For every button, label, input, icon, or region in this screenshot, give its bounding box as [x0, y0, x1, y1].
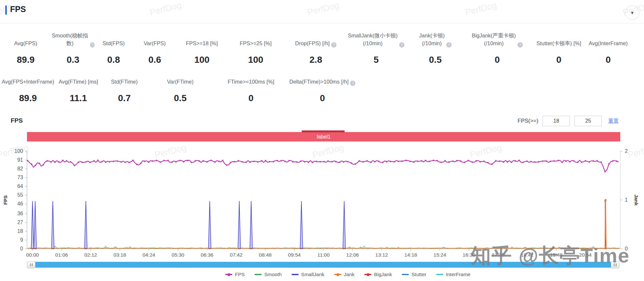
stat-cell: Avg(FTime) [ms]? 11.1	[56, 77, 101, 103]
legend-line-icon	[402, 274, 409, 275]
stat-cell: Drop(FPS) [/h]? 2.8	[284, 29, 347, 65]
svg-text:27: 27	[17, 220, 23, 225]
stat-label: Avg(InterFrame)?	[589, 29, 628, 47]
stat-cell: SmallJank(微小卡顿) (/10min)? 5	[347, 29, 405, 65]
legend-label: SmallJank	[301, 272, 324, 277]
svg-text:0: 0	[20, 246, 23, 251]
chart-section-title: FPS	[11, 117, 23, 124]
legend-label: Jank	[344, 272, 355, 277]
stat-label: Avg(FTime) [ms]?	[59, 77, 98, 86]
collapse-button[interactable]: ▼	[625, 6, 639, 20]
svg-text:73: 73	[17, 175, 23, 180]
stat-value: 11.1	[70, 93, 87, 103]
grip-icon	[30, 263, 33, 266]
scrollbar-right-handle[interactable]	[611, 261, 619, 268]
reset-link[interactable]: 重置	[608, 118, 619, 125]
stat-cell: Jank(卡顿) (/10min)? 0.5	[405, 29, 466, 65]
legend-label: Stutter	[412, 272, 427, 277]
chevron-down-icon: ▼	[630, 10, 635, 15]
chart-legend: FPS Smooth SmallJank Jank BigJank Stutte…	[220, 272, 475, 277]
stat-value: 100	[248, 55, 263, 65]
help-icon[interactable]: ?	[90, 42, 95, 47]
stat-value: 0.8	[107, 55, 120, 65]
stat-value: 0	[248, 93, 254, 103]
fps-threshold-input-1[interactable]	[543, 116, 570, 126]
stat-value: 0.7	[118, 93, 131, 103]
svg-text:2: 2	[625, 148, 628, 154]
help-icon[interactable]: ?	[350, 81, 355, 86]
legend-label: InterFrame	[446, 272, 470, 277]
header-divider	[0, 23, 644, 23]
stat-cell: Avg(FPS)? 89.9	[0, 29, 51, 65]
stat-cell: Var(FTime)? 0.5	[148, 77, 213, 103]
legend-item[interactable]: SmallJank	[291, 272, 324, 277]
stat-cell: FTime>=100ms [%]? 0	[213, 77, 289, 103]
stat-cell: FPS>=25 [%]? 100	[227, 29, 284, 65]
stat-label: Jank(卡顿) (/10min)?	[419, 29, 452, 47]
help-icon[interactable]: ?	[518, 42, 523, 47]
stat-value: 0.5	[174, 93, 187, 103]
stat-value: 0	[556, 55, 561, 65]
svg-text:02:12: 02:12	[85, 252, 97, 258]
legend-label: BigJank	[374, 272, 392, 277]
svg-text:19:48: 19:48	[550, 252, 563, 258]
svg-text:11:00: 11:00	[317, 252, 330, 258]
svg-text:12:06: 12:06	[346, 252, 359, 258]
svg-text:100: 100	[14, 148, 23, 154]
svg-text:08:48: 08:48	[259, 252, 272, 258]
svg-text:01:06: 01:06	[55, 252, 68, 258]
legend-label: FPS	[235, 272, 245, 277]
legend-item[interactable]: Stutter	[402, 272, 427, 277]
svg-text:82: 82	[17, 166, 23, 171]
stat-value: 89.9	[17, 55, 35, 65]
svg-text:91: 91	[17, 157, 23, 163]
fps-threshold-input-2[interactable]	[574, 116, 602, 126]
scrollbar-left-handle[interactable]	[27, 261, 35, 268]
stat-label: BigJank(严重卡顿) (/10min)?	[472, 29, 523, 47]
svg-text:9: 9	[20, 237, 23, 243]
legend-item[interactable]: Jank	[334, 272, 355, 277]
label-banner: label1	[27, 132, 620, 141]
help-icon[interactable]: ?	[331, 42, 336, 47]
legend-item[interactable]: Smooth	[255, 272, 282, 277]
svg-text:06:36: 06:36	[201, 252, 214, 258]
svg-text:16:30: 16:30	[463, 252, 475, 258]
stat-label: Smooth(稳帧指数)?	[51, 29, 95, 47]
help-icon[interactable]: ?	[446, 42, 452, 47]
legend-line-icon	[436, 274, 443, 275]
stat-value: 0	[320, 93, 325, 103]
legend-line-icon	[364, 274, 372, 275]
stat-label: Std(FTime)?	[111, 77, 138, 86]
svg-text:55: 55	[17, 192, 23, 198]
svg-text:09:54: 09:54	[288, 252, 301, 258]
svg-text:FPS: FPS	[3, 195, 8, 205]
legend-item[interactable]: BigJank	[364, 272, 392, 277]
stat-label: SmallJank(微小卡顿) (/10min)?	[348, 29, 404, 47]
scrollbar-track[interactable]	[35, 262, 611, 268]
legend-line-icon	[225, 274, 232, 275]
svg-text:17:36: 17:36	[492, 252, 505, 258]
svg-text:18:42: 18:42	[521, 252, 533, 258]
fps-threshold-label: FPS(>=)	[518, 118, 538, 124]
stat-label: Delta(FTime)>100ms [/h]?	[289, 77, 355, 86]
stat-value: 0	[495, 55, 500, 65]
fps-chart[interactable]: 1009182736455463627189021000:0001:0602:1…	[0, 143, 644, 261]
svg-text:46: 46	[17, 201, 23, 207]
stat-cell: Avg(FPS+InterFrame)? 89.9	[0, 77, 56, 103]
title-accent-bar	[5, 6, 7, 15]
svg-text:05:30: 05:30	[172, 252, 184, 258]
legend-item[interactable]: InterFrame	[436, 272, 470, 277]
stat-value: 0.5	[429, 55, 442, 65]
panel-header: FPS ▼	[0, 0, 644, 23]
stat-label: FTime>=100ms [%]?	[228, 77, 274, 86]
svg-text:13:12: 13:12	[375, 252, 388, 258]
stat-value: 100	[194, 55, 210, 65]
fps-threshold-controls: FPS(>=) 重置	[518, 116, 619, 126]
help-icon[interactable]: ?	[399, 42, 404, 47]
stat-cell: Delta(FTime)>100ms [/h]? 0	[289, 77, 355, 103]
legend-item[interactable]: FPS	[225, 272, 245, 277]
stats-row-2: Avg(FPS+InterFrame)? 89.9 Avg(FTime) [ms…	[0, 77, 355, 103]
stat-label: FPS>=18 [%]?	[186, 29, 218, 47]
label-banner-text: label1	[317, 134, 331, 140]
svg-text:36: 36	[17, 211, 23, 216]
